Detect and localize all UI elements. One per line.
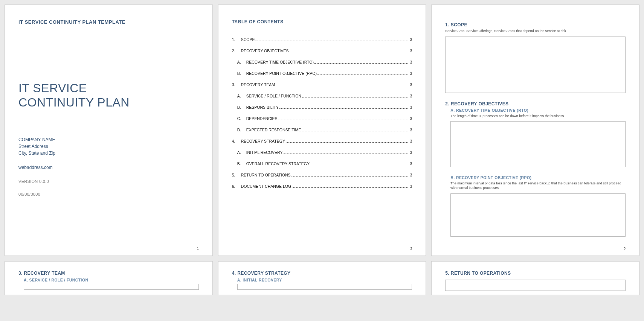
toc-item-number: B. [237, 161, 243, 166]
toc-item-label: INITIAL RECOVERY [246, 150, 283, 155]
page-number: 3 [624, 246, 626, 250]
toc-item-page: 3 [410, 105, 412, 110]
toc-leader-dots [278, 120, 409, 120]
toc-item-page: 3 [410, 173, 412, 177]
company-block: COMPANY NAME Street Address City, State … [18, 136, 199, 157]
toc-item-label: SCOPE [241, 37, 255, 42]
initial-recovery-subtitle: A. INITIAL RECOVERY [237, 278, 412, 282]
toc-item-number: 5. [232, 173, 237, 177]
toc-item-label: OVERALL RECOVERY STRATEGY [246, 161, 310, 166]
title-line-2: CONTINUITY PLAN [18, 96, 130, 109]
toc-leader-dots [291, 176, 409, 176]
toc-item-number: D. [237, 128, 243, 132]
service-role-function-box[interactable] [24, 284, 199, 290]
toc-item: C.DEPENDENCIES3 [232, 116, 412, 121]
toc-item: 5.RETURN TO OPERATIONS3 [232, 173, 412, 177]
date-label: 00/00/0000 [18, 192, 199, 196]
toc-item-page: 3 [410, 82, 412, 87]
toc-item-page: 3 [410, 60, 412, 64]
toc-item-page: 3 [410, 37, 412, 42]
web-address: webaddress.com [18, 165, 199, 170]
toc-item: A.RECOVERY TIME OBJECTIVE (RTO)3 [232, 60, 412, 64]
toc-item-number: A. [237, 94, 243, 98]
toc-item-label: DEPENDENCIES [246, 116, 278, 121]
toc-item-label: RESPONSIBILITY [246, 105, 279, 110]
toc-item-label: RECOVERY POINT OBJECTIVE (RPO) [246, 71, 317, 76]
toc-item-number: B. [237, 105, 243, 110]
page-1-cover: IT SERVICE CONTINUITY PLAN TEMPLATE IT S… [5, 5, 213, 256]
rto-desc: The length of time IT processes can be d… [450, 114, 626, 119]
toc-item: 3.RECOVERY TEAM3 [232, 82, 412, 87]
toc-item-label: RETURN TO OPERATIONS [241, 173, 291, 177]
toc-item-label: RECOVERY OBJECTIVES [241, 49, 289, 53]
scope-input-box[interactable] [445, 37, 626, 93]
toc-item: 1.SCOPE3 [232, 37, 412, 42]
initial-recovery-box[interactable] [237, 284, 412, 290]
page-number: 2 [410, 246, 412, 250]
section-return-operations-title: 5. RETURN TO OPERATIONS [445, 271, 626, 276]
rpo-input-box[interactable] [450, 193, 626, 237]
toc-item: A.INITIAL RECOVERY3 [232, 150, 412, 155]
page-5-recovery-strategy: 4. RECOVERY STRATEGY A. INITIAL RECOVERY [218, 261, 426, 295]
rpo-subtitle: B. RECOVERY POINT OBJECTIVE (RPO) [450, 175, 626, 180]
section-recovery-team-title: 3. RECOVERY TEAM [18, 271, 199, 276]
toc-leader-dots [276, 86, 408, 86]
toc-item-number: A. [237, 60, 243, 64]
toc-heading: TABLE OF CONTENTS [232, 19, 412, 24]
city-state-zip: City, State and Zip [18, 150, 199, 157]
company-name: COMPANY NAME [18, 136, 199, 143]
toc-item-label: RECOVERY TEAM [241, 82, 275, 87]
toc-item-page: 3 [410, 94, 412, 98]
toc-list: 1.SCOPE32.RECOVERY OBJECTIVES3A.RECOVERY… [232, 37, 412, 189]
toc-item-label: DOCUMENT CHANGE LOG [241, 184, 291, 189]
toc-leader-dots [292, 187, 408, 188]
template-name: IT SERVICE CONTINUITY PLAN TEMPLATE [18, 19, 199, 25]
toc-item-number: 3. [232, 82, 237, 87]
service-role-function-subtitle: A. SERVICE / ROLE / FUNCTION [24, 278, 199, 282]
toc-item-page: 3 [410, 128, 412, 132]
page-6-return-operations: 5. RETURN TO OPERATIONS [431, 261, 639, 295]
toc-item-number: B. [237, 71, 243, 76]
title-line-1: IT SERVICE [18, 81, 87, 95]
page-4-recovery-team: 3. RECOVERY TEAM A. SERVICE / ROLE / FUN… [5, 261, 213, 295]
toc-item-label: RECOVERY TIME OBJECTIVE (RTO) [246, 60, 314, 64]
toc-item: B.RESPONSIBILITY3 [232, 105, 412, 110]
toc-item-number: A. [237, 150, 243, 155]
toc-leader-dots [302, 131, 408, 131]
toc-item: B.OVERALL RECOVERY STRATEGY3 [232, 161, 412, 166]
page-2-toc: TABLE OF CONTENTS 1.SCOPE32.RECOVERY OBJ… [218, 5, 426, 256]
toc-leader-dots [317, 75, 409, 75]
toc-item-page: 3 [410, 71, 412, 76]
toc-item: D.EXPECTED RESPONSE TIME3 [232, 128, 412, 132]
toc-item-page: 3 [410, 150, 412, 155]
toc-leader-dots [284, 154, 409, 154]
section-recovery-strategy-title: 4. RECOVERY STRATEGY [232, 271, 412, 276]
toc-leader-dots [279, 108, 408, 109]
version-label: VERSION 0.0.0 [18, 179, 199, 184]
section-scope-desc: Service Area, Service Offerings, Service… [445, 29, 626, 33]
toc-leader-dots [302, 97, 409, 97]
document-title: IT SERVICE CONTINUITY PLAN [18, 81, 199, 110]
toc-item-number: 6. [232, 184, 237, 189]
rto-subtitle: A. RECOVERY TIME OBJECTIVE (RTO) [450, 108, 626, 113]
toc-item-number: 4. [232, 139, 237, 143]
toc-item: A.SERVICE / ROLE / FUNCTION3 [232, 94, 412, 98]
toc-item-label: SERVICE / ROLE / FUNCTION [246, 94, 301, 98]
section-recovery-objectives-title: 2. RECOVERY OBJECTIVES [445, 101, 626, 106]
toc-item: B.RECOVERY POINT OBJECTIVE (RPO)3 [232, 71, 412, 76]
toc-item-page: 3 [410, 184, 412, 189]
toc-item-page: 3 [410, 161, 412, 166]
toc-leader-dots [286, 142, 409, 143]
toc-leader-dots [289, 52, 408, 52]
page-number: 1 [197, 246, 199, 250]
toc-item-label: EXPECTED RESPONSE TIME [246, 128, 301, 132]
return-operations-box[interactable] [445, 280, 626, 291]
rto-input-box[interactable] [450, 121, 626, 167]
toc-item-number: 1. [232, 37, 237, 42]
toc-leader-dots [314, 63, 409, 64]
document-pages-grid: IT SERVICE CONTINUITY PLAN TEMPLATE IT S… [5, 5, 639, 295]
toc-item-page: 3 [410, 116, 412, 121]
toc-item: 2.RECOVERY OBJECTIVES3 [232, 49, 412, 53]
toc-item-label: RECOVERY STRATEGY [241, 139, 285, 143]
toc-item: 6.DOCUMENT CHANGE LOG3 [232, 184, 412, 189]
